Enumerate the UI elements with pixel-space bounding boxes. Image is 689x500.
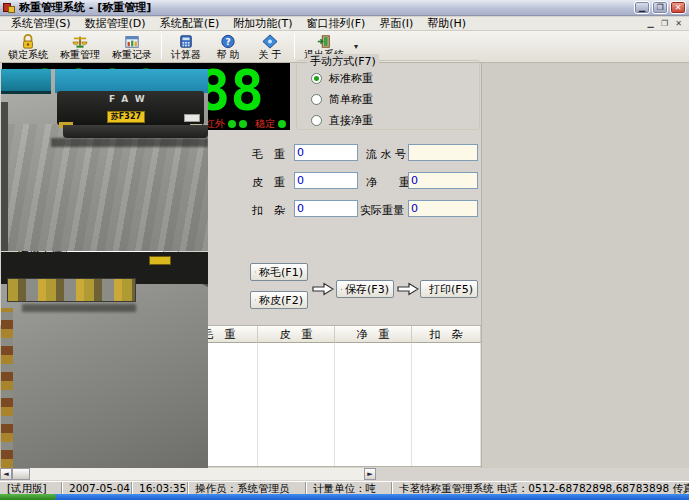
table-horizontal-scrollbar[interactable]: ◄ ►: [0, 468, 376, 480]
mdi-minimize-button[interactable]: ▁: [644, 18, 657, 29]
start-button[interactable]: [0, 494, 56, 500]
app-icon: [3, 2, 15, 14]
infrared-indicator-2: [239, 120, 247, 128]
status-company-info: 卡茗特称重管理系统 电话：0512-68782898,68783898 传真：0…: [392, 482, 689, 495]
mdi-close-button[interactable]: ✕: [672, 18, 685, 29]
camera-feed-rear: [1, 252, 208, 468]
radio-icon: [311, 94, 322, 105]
actual-label: 实际重量: [360, 203, 404, 218]
weigh-records-button[interactable]: 称重记录: [106, 32, 158, 61]
toolbar-label: 关 于: [258, 49, 281, 60]
toolbar-label: 锁定系统: [8, 49, 48, 60]
menu-data[interactable]: 数据管理(D): [78, 17, 153, 31]
calculator-button[interactable]: 计算器: [165, 32, 207, 61]
gross-input[interactable]: [294, 144, 358, 161]
toolbar-overflow-arrow[interactable]: ▾: [354, 42, 358, 51]
weigh-tare-label: 称皮(F2): [259, 293, 303, 308]
stable-label: 稳定: [255, 117, 275, 131]
radio-direct-net[interactable]: 直接净重: [311, 112, 479, 129]
truck-green-icon: [255, 295, 256, 305]
deduct-label: 扣 杂: [252, 203, 285, 218]
radio-icon: [311, 73, 322, 84]
scroll-right-arrow[interactable]: ►: [364, 468, 376, 480]
weigh-gross-label: 称毛(F1): [259, 265, 303, 280]
second-truck: [1, 69, 51, 94]
flow-arrow-icon: [312, 282, 334, 296]
help-button[interactable]: ? 帮 助: [207, 32, 249, 61]
column-header-deduct[interactable]: 扣 杂: [412, 326, 481, 343]
infrared-indicator-1: [228, 120, 236, 128]
menu-windows[interactable]: 窗口排列(F): [300, 17, 373, 31]
help-icon: ?: [219, 34, 237, 49]
license-plate: 苏F327: [107, 111, 145, 123]
restore-button[interactable]: ❐: [652, 1, 668, 14]
radio-simple-weigh[interactable]: 简单称重: [311, 91, 479, 108]
close-button[interactable]: ✕: [670, 1, 686, 14]
tare-input[interactable]: [294, 172, 358, 189]
menu-system[interactable]: 系统管理(S): [4, 17, 78, 31]
net-input[interactable]: [408, 172, 478, 189]
manual-mode-title: 手动方式(F7): [307, 54, 379, 69]
menu-addons[interactable]: 附加功能(T): [226, 17, 299, 31]
status-time: 16:03:35: [132, 482, 188, 495]
flow-arrow-icon: [397, 282, 419, 296]
column-header-tare[interactable]: 皮 重: [258, 326, 335, 343]
camera-panel: [481, 63, 689, 468]
svg-text:?: ?: [225, 37, 230, 47]
scroll-left-arrow[interactable]: ◄: [0, 468, 12, 480]
calculator-icon: [177, 34, 195, 49]
radio-label: 简单称重: [329, 92, 373, 107]
save-label: 保存(F3): [345, 282, 389, 297]
records-icon: [123, 34, 141, 49]
truck-grill: FAW 苏F327: [57, 91, 204, 126]
weigh-tare-button[interactable]: 称皮(F2): [250, 291, 308, 309]
print-icon: [425, 284, 426, 295]
taskbar[interactable]: [0, 494, 689, 500]
tare-label: 皮 重: [252, 175, 285, 190]
scroll-track[interactable]: [30, 468, 364, 480]
toolbar-separator: [294, 34, 295, 59]
scroll-thumb[interactable]: [12, 468, 30, 480]
rear-license-plate: [149, 256, 171, 265]
lock-system-button[interactable]: 锁定系统: [2, 32, 54, 61]
radio-label: 标准称重: [329, 71, 373, 86]
actual-input[interactable]: [408, 200, 478, 217]
serial-label: 流 水 号: [366, 147, 406, 162]
column-header-net[interactable]: 净 重: [335, 326, 412, 343]
deduct-input[interactable]: [294, 200, 358, 217]
rear-bumper-beam: [7, 278, 135, 302]
minimize-button[interactable]: ▁: [634, 1, 650, 14]
net-label: 净 重: [366, 175, 410, 190]
exit-icon: [315, 34, 333, 49]
save-button[interactable]: 保存(F3): [336, 280, 394, 298]
radio-label: 直接净重: [329, 113, 373, 128]
about-icon: [261, 34, 279, 49]
app-window: 称重管理系统 - [称重管理] ▁ ❐ ✕ 系统管理(S) 数据管理(D) 系统…: [0, 0, 689, 500]
toolbar-label: 称重记录: [112, 49, 152, 60]
lock-icon: [19, 34, 37, 49]
menu-interface[interactable]: 界面(I): [372, 17, 420, 31]
camera-feed-front: FAW 苏F327: [1, 69, 208, 251]
about-button[interactable]: 关 于: [249, 32, 291, 61]
print-label: 打印(F5): [429, 282, 473, 297]
weigh-manage-button[interactable]: 称重管理: [54, 32, 106, 61]
menu-config[interactable]: 系统配置(E): [153, 17, 227, 31]
menu-help[interactable]: 帮助(H): [420, 17, 473, 31]
scale-icon: [71, 34, 89, 49]
toolbar-label: 计算器: [171, 49, 201, 60]
infrared-label: 红外: [205, 117, 225, 131]
weigh-gross-button[interactable]: 称毛(F1): [250, 263, 308, 281]
truck-bumper: [63, 125, 208, 138]
truck-brand: FAW: [57, 94, 204, 104]
menubar: 系统管理(S) 数据管理(D) 系统配置(E) 附加功能(T) 窗口排列(F) …: [0, 17, 689, 31]
status-unit: 计量单位：吨: [306, 482, 392, 495]
window-title: 称重管理系统 - [称重管理]: [19, 0, 634, 15]
stable-indicator: [278, 120, 286, 128]
mdi-restore-button[interactable]: ❐: [658, 18, 671, 29]
titlebar: 称重管理系统 - [称重管理] ▁ ❐ ✕: [0, 0, 689, 16]
serial-input[interactable]: [408, 144, 478, 161]
print-button[interactable]: 打印(F5): [420, 280, 478, 298]
trial-version-label: [试用版]: [0, 482, 62, 495]
truck-cab: [55, 69, 208, 93]
radio-standard-weigh[interactable]: 标准称重: [311, 70, 479, 87]
